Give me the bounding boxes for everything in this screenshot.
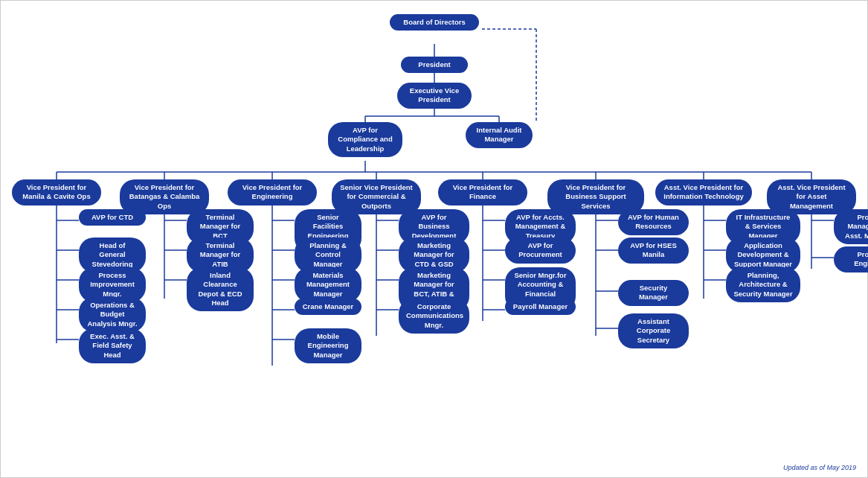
avp-hses-node: AVP for HSES Manila [618, 238, 689, 264]
board-node: Board of Directors [390, 14, 479, 31]
president-node: President [401, 57, 468, 73]
org-chart: Board of Directors President Executive V… [0, 0, 868, 478]
avp-compliance-node: AVP for Compliance and Leadership [328, 122, 402, 157]
payroll-manager-node: Payroll Manager [505, 299, 576, 315]
vp-engineering-node: Vice President for Engineering [228, 179, 317, 205]
planning-architecture-node: Planning, Architecture & Security Manage… [726, 267, 800, 302]
avp-ctd-node: AVP for CTD [79, 209, 146, 226]
project-mgmt-node: Project Management Asst. Manager [834, 209, 868, 244]
avp-hr-node: AVP for Human Resources [618, 209, 689, 235]
crane-manager-node: Crane Manager [295, 299, 361, 315]
security-manager-node: Security Manager [618, 280, 689, 306]
operations-budget-node: Operations & Budget Analysis Mngr. [79, 297, 146, 332]
project-engineer-node: Project Engineer [834, 246, 868, 273]
mobile-engineering-node: Mobile Engineering Manager [295, 328, 361, 363]
asst-corporate-node: Assistant Corporate Secretary [618, 313, 689, 348]
avp-it-node: Asst. Vice President for Information Tec… [655, 179, 752, 205]
vp-finance-node: Vice President for Finance [438, 179, 527, 205]
inland-clearance-node: Inland Clearance Depot & ECD Head [187, 267, 254, 311]
corporate-comms-node: Corporate Communications Mngr. [399, 299, 469, 334]
materials-mgmt-node: Materials Management Manager [295, 267, 361, 302]
exec-asst-node: Exec. Asst. & Field Safety Head [79, 328, 146, 363]
avp-procurement-node: AVP for Procurement [505, 238, 576, 264]
evp-node: Executive Vice President [397, 83, 472, 109]
internal-audit-node: Internal Audit Manager [466, 122, 533, 148]
footer-text: Updated as of May 2019 [783, 464, 856, 471]
vp-manila-node: Vice President for Manila & Cavite Ops [12, 179, 101, 205]
